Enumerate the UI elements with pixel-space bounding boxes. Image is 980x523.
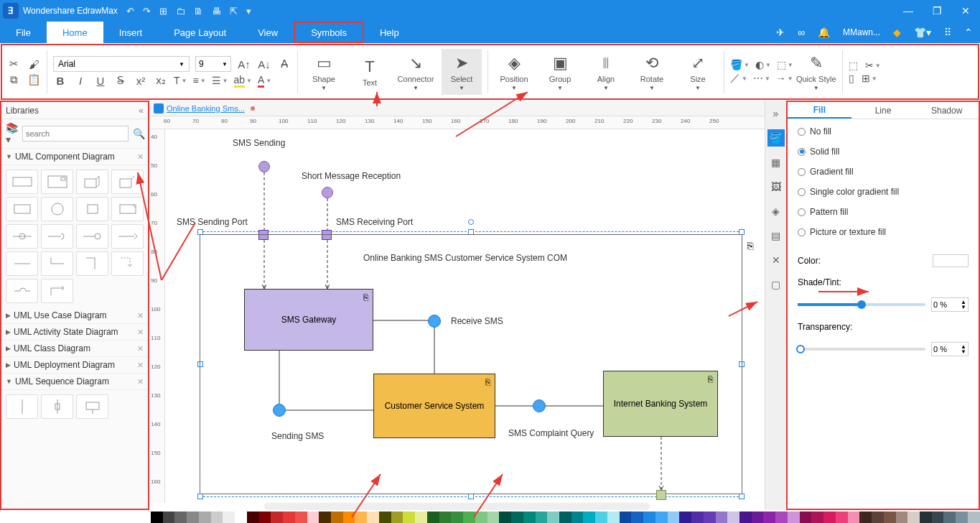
comp-sms-gateway[interactable]: SMS Gateway ⎘ <box>244 289 373 351</box>
shade-slider[interactable] <box>798 303 925 306</box>
save-icon[interactable]: 🗎 <box>194 6 203 17</box>
paste-icon[interactable]: 📋 <box>27 73 41 87</box>
shape-thumb[interactable] <box>76 394 108 419</box>
superscript-icon[interactable]: x² <box>134 73 148 88</box>
underline-icon[interactable]: U <box>93 73 108 88</box>
lib-section-activity[interactable]: ▶UML Activity State Diagram✕ <box>1 324 148 341</box>
palette-color[interactable] <box>836 512 848 523</box>
image-rail-icon[interactable]: 🖼 <box>767 178 785 195</box>
list-icon[interactable]: ☰▼ <box>212 75 228 86</box>
menu-pagelayout[interactable]: Page Layout <box>158 22 242 43</box>
grow-font-icon[interactable]: A↑ <box>237 57 251 71</box>
menu-help[interactable]: Help <box>364 22 415 43</box>
palette-color[interactable] <box>151 512 163 523</box>
shape-thumb[interactable] <box>6 170 38 194</box>
font-select[interactable]: Arial▼ <box>53 56 190 72</box>
layers-rail-icon[interactable]: ◈ <box>767 203 785 220</box>
shape-thumb[interactable] <box>41 279 73 303</box>
group-button[interactable]: ▣Group▼ <box>540 49 580 95</box>
palette-color[interactable] <box>968 512 980 523</box>
port-complaint[interactable] <box>533 399 546 412</box>
palette-color[interactable] <box>235 512 247 523</box>
transparency-value[interactable]: 0 %▲▼ <box>931 342 969 356</box>
align-button[interactable]: ⫴Align▼ <box>586 49 626 95</box>
fontcolor-icon[interactable]: A▼ <box>258 74 271 88</box>
palette-color[interactable] <box>907 512 920 523</box>
palette-color[interactable] <box>571 512 584 523</box>
sameheight-icon[interactable]: ▯ <box>849 73 856 84</box>
palette-color[interactable] <box>439 512 452 523</box>
close-section-icon[interactable]: ✕ <box>137 152 144 162</box>
share-icon[interactable]: ∞ <box>798 27 805 38</box>
palette-color[interactable] <box>716 512 728 523</box>
palette-color[interactable] <box>451 512 463 523</box>
strike-icon[interactable]: S̶ <box>113 73 128 88</box>
palette-color[interactable] <box>848 512 860 523</box>
present-rail-icon[interactable]: ▢ <box>767 276 785 293</box>
menu-view[interactable]: View <box>242 22 294 43</box>
subscript-icon[interactable]: x₂ <box>154 73 168 88</box>
palette-color[interactable] <box>932 512 944 523</box>
search-input[interactable] <box>22 126 129 142</box>
palette-color[interactable] <box>271 512 283 523</box>
lib-section-seq[interactable]: ▼UML Sequence Diagram✕ <box>1 374 148 390</box>
fill-rail-icon[interactable]: 🪣 <box>767 129 785 147</box>
palette-color[interactable] <box>607 512 620 523</box>
palette-color[interactable] <box>643 512 655 523</box>
shirt-icon[interactable]: 👕▾ <box>914 27 931 38</box>
palette-color[interactable] <box>163 512 175 523</box>
lib-section-component[interactable]: ▼UML Component Diagram✕ <box>1 149 148 165</box>
cut-icon[interactable]: ✂ <box>6 57 21 71</box>
palette-color[interactable] <box>307 512 319 523</box>
palette-color[interactable] <box>752 512 764 523</box>
comp-internet[interactable]: Internet Banking System ⎘ <box>603 371 718 437</box>
export-icon[interactable]: ⇱ <box>230 6 238 17</box>
palette-color[interactable] <box>631 512 643 523</box>
palette-color[interactable] <box>896 512 908 523</box>
palette-color[interactable] <box>319 512 331 523</box>
palette-color[interactable] <box>884 512 896 523</box>
palette-color[interactable] <box>247 512 259 523</box>
port-data-query[interactable] <box>656 490 666 500</box>
italic-icon[interactable]: I <box>73 73 88 88</box>
arrow-icon[interactable]: →▼ <box>776 73 793 84</box>
text-button[interactable]: TText <box>350 49 390 95</box>
palette-color[interactable] <box>620 512 632 523</box>
undo-icon[interactable]: ↶ <box>126 6 134 17</box>
shape-thumb[interactable] <box>111 197 144 221</box>
palette-color[interactable] <box>391 512 403 523</box>
samewidth-icon[interactable]: ⬚ <box>849 60 859 71</box>
node-sms-sending[interactable] <box>258 161 270 172</box>
format-painter-icon[interactable]: 🖌 <box>27 57 41 71</box>
palette-color[interactable] <box>920 512 932 523</box>
highlight-icon[interactable]: ab▼ <box>234 74 253 88</box>
color-palette[interactable] <box>151 512 980 523</box>
palette-color[interactable] <box>823 512 836 523</box>
open-icon[interactable]: 🗀 <box>176 6 185 17</box>
shape-thumb[interactable] <box>76 170 108 194</box>
shape-thumb[interactable] <box>41 251 73 276</box>
palette-color[interactable] <box>800 512 812 523</box>
misc-icon[interactable]: ⊞▼ <box>862 73 877 84</box>
tab-shadow[interactable]: Shadow <box>915 102 979 119</box>
size-button[interactable]: ⤢Size▼ <box>678 49 718 95</box>
shrink-font-icon[interactable]: A↓ <box>257 57 271 71</box>
palette-color[interactable] <box>655 512 668 523</box>
palette-color[interactable] <box>763 512 775 523</box>
palette-color[interactable] <box>536 512 548 523</box>
copy-icon[interactable]: ⧉ <box>6 73 21 87</box>
palette-color[interactable] <box>595 512 607 523</box>
shade-value[interactable]: 0 %▲▼ <box>931 297 969 312</box>
port-sending-sms[interactable] <box>273 404 286 417</box>
close-button[interactable]: ✕ <box>951 5 980 17</box>
palette-color[interactable] <box>956 512 968 523</box>
select-button[interactable]: ➤Select▼ <box>442 49 482 95</box>
radio-picture[interactable]: Picture or texture fill <box>798 227 969 237</box>
shape-thumb[interactable] <box>41 197 73 221</box>
shadow-icon[interactable]: ◐▼ <box>755 59 771 70</box>
rotate-button[interactable]: ⟲Rotate▼ <box>632 49 672 95</box>
palette-color[interactable] <box>775 512 788 523</box>
shape-thumb[interactable] <box>111 224 144 249</box>
print-icon[interactable]: 🖶 <box>212 6 221 17</box>
radio-nofill[interactable]: No fill <box>798 126 969 136</box>
